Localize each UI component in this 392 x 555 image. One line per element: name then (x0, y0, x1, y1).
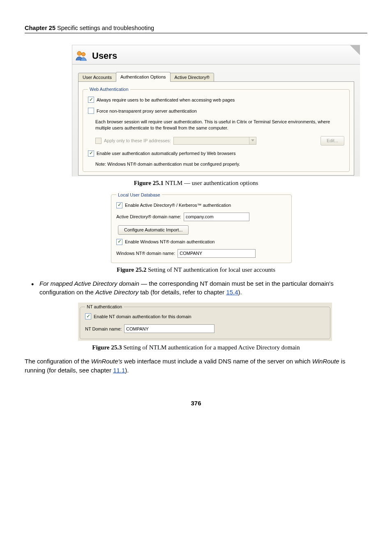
nt-authentication-group: NT authentication Enable NT domain authe… (80, 304, 330, 339)
users-panel-header: Users (72, 45, 360, 65)
users-panel-title: Users (92, 51, 117, 61)
checkbox-always-require[interactable] (88, 97, 94, 103)
checkbox-enable-nt-domain[interactable] (116, 239, 122, 245)
checkbox-enable-ad-kerberos[interactable] (116, 202, 122, 208)
svg-point-0 (77, 51, 81, 56)
input-nt-domain-name-2[interactable] (124, 324, 214, 333)
nt-authentication-legend: NT authentication (85, 304, 124, 309)
local-user-database-group: Local User Database Enable Active Direct… (111, 192, 292, 263)
label-enable-nt-domain: Enable Windows NT® domain authentication (125, 239, 214, 244)
page-curl-decoration (350, 45, 360, 55)
edit-button: Edit... (321, 136, 344, 146)
paragraph-winroute-dns: The configuration of the WinRoute's web … (25, 357, 367, 375)
chapter-title: Specific settings and troubleshooting (55, 25, 154, 31)
users-panel: Users User Accounts Authentication Optio… (72, 45, 360, 176)
svg-point-1 (82, 53, 85, 56)
tab-pane-authentication: Web Authentication Always require users … (78, 81, 354, 176)
tab-active-directory[interactable]: Active Directory® (170, 73, 214, 82)
description-force-nontransparent: Each browser session will require user a… (95, 119, 344, 131)
label-ad-domain-name: Active Directory® domain name: (116, 214, 181, 219)
configure-import-button[interactable]: Configure Automatic Import... (118, 225, 189, 235)
checkbox-apply-only-ip (95, 138, 101, 144)
label-enable-auto-auth: Enable user authentication automatically… (97, 151, 236, 156)
input-nt-domain-name[interactable] (178, 249, 256, 258)
label-enable-nt-for-domain: Enable NT domain authentication for this… (94, 314, 191, 319)
figure-caption-25-3: Figure 25.3 Setting of NTLM authenticati… (25, 344, 367, 351)
label-apply-only-ip: Apply only to these IP addresses: (104, 138, 171, 143)
tab-authentication-options[interactable]: Authentication Options (116, 72, 171, 82)
figure-caption-25-2: Figure 25.2 Setting of NT authentication… (25, 266, 367, 273)
checkbox-enable-auto-auth[interactable] (88, 150, 94, 157)
web-authentication-group: Web Authentication Always require users … (83, 87, 350, 172)
label-force-nontransparent: Force non-transparent proxy server authe… (97, 109, 197, 113)
label-enable-ad-kerberos: Enable Active Directory® / Kerberos™ aut… (125, 203, 231, 208)
input-ad-domain-name[interactable] (184, 213, 249, 221)
web-authentication-legend: Web Authentication (88, 87, 130, 92)
local-user-database-panel: Local User Database Enable Active Direct… (111, 192, 292, 263)
label-nt-domain-name: Windows NT® domain name: (116, 251, 175, 256)
chevron-down-icon (249, 137, 256, 144)
users-icon (75, 49, 88, 62)
combo-ip-addresses (173, 137, 256, 145)
label-always-require: Always require users to be authenticated… (97, 97, 235, 102)
tab-user-accounts[interactable]: User Accounts (78, 73, 116, 82)
link-chapter-11-1[interactable]: 11.1 (113, 367, 125, 374)
tab-bar: User Accounts Authentication Options Act… (78, 72, 354, 82)
note-nt-domain: Note: Windows NT® domain authentication … (95, 162, 240, 166)
bullet-list: For mapped Active Directory domain — the… (25, 279, 367, 297)
bullet-mapped-ad-domain: For mapped Active Directory domain — the… (39, 279, 367, 297)
label-nt-domain-name-2: NT Domain name: (85, 326, 122, 331)
chapter-number: Chapter 25 (25, 25, 55, 31)
local-user-database-legend: Local User Database (116, 192, 162, 197)
checkbox-enable-nt-for-domain[interactable] (85, 313, 91, 319)
figure-caption-25-1: Figure 25.1 NTLM — user authentication o… (25, 180, 367, 187)
checkbox-force-nontransparent[interactable] (88, 108, 94, 114)
chapter-header: Chapter 25 Specific settings and trouble… (25, 25, 367, 33)
link-chapter-15-4[interactable]: 15.4 (226, 289, 238, 296)
page-number: 376 (25, 400, 367, 407)
nt-authentication-panel: NT authentication Enable NT domain authe… (78, 303, 332, 341)
